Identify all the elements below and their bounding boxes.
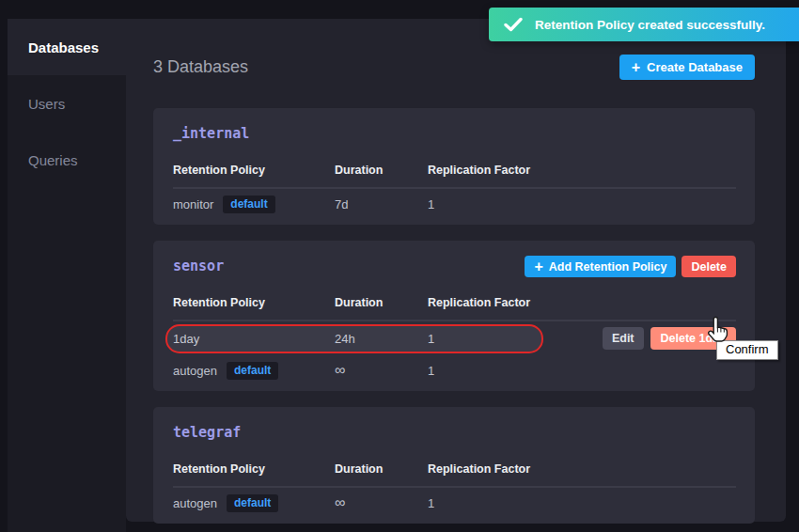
column-header-duration: Duration xyxy=(335,462,428,476)
table-header-row: Retention Policy Duration Replication Fa… xyxy=(173,462,736,488)
create-database-button[interactable]: + Create Database xyxy=(619,55,755,80)
column-header-retention-policy: Retention Policy xyxy=(173,164,335,177)
replication-cell: 1 xyxy=(428,332,541,346)
table-row[interactable]: monitor default 7d 1 xyxy=(173,189,736,219)
default-badge: default xyxy=(223,196,274,213)
column-header-replication-factor: Replication Factor xyxy=(428,296,736,309)
column-header-duration: Duration xyxy=(335,164,428,177)
policy-name: 1day xyxy=(173,332,199,346)
panel-head: sensor + Add Retention Policy Delete xyxy=(173,256,736,277)
sidebar-item-label: Users xyxy=(28,96,65,112)
row-highlight-outline: 1day 24h 1 xyxy=(165,324,543,353)
toast-message: Retention Policy created successfully. xyxy=(535,18,765,32)
add-retention-policy-button[interactable]: + Add Retention Policy xyxy=(525,256,676,277)
confirm-tooltip: Confirm xyxy=(716,340,778,360)
column-header-retention-policy: Retention Policy xyxy=(173,296,335,309)
table-row[interactable]: autogen default ∞ 1 xyxy=(173,355,736,385)
table-row[interactable]: autogen default ∞ 1 xyxy=(173,488,736,518)
sidebar-item-label: Databases xyxy=(28,39,99,55)
policy-name: autogen xyxy=(173,364,217,378)
replication-cell: 1 xyxy=(428,496,736,510)
sidebar-item-queries[interactable]: Queries xyxy=(8,132,126,188)
database-name[interactable]: _internal xyxy=(173,123,249,142)
plus-icon: + xyxy=(632,60,640,75)
sidebar-item-users[interactable]: Users xyxy=(8,75,126,132)
replication-cell: 1 xyxy=(428,197,736,211)
duration-cell: 24h xyxy=(335,332,428,346)
database-name[interactable]: sensor xyxy=(173,256,224,274)
panel-head: telegraf xyxy=(173,422,736,444)
policy-name: autogen xyxy=(173,496,217,510)
table-row-highlighted[interactable]: 1day 24h 1 Edit Delete 1day xyxy=(173,321,736,355)
admin-sidebar: Databases Users Queries xyxy=(8,19,126,532)
policy-name: monitor xyxy=(173,197,213,211)
table-header-row: Retention Policy Duration Replication Fa… xyxy=(173,296,736,321)
edit-retention-policy-button[interactable]: Edit xyxy=(603,327,644,350)
policy-cell: autogen default xyxy=(173,362,335,380)
checkmark-icon xyxy=(504,17,523,32)
duration-cell: ∞ xyxy=(335,363,428,378)
policy-cell: monitor default xyxy=(173,196,335,213)
panel-head: _internal xyxy=(173,123,736,145)
delete-database-button[interactable]: Delete xyxy=(682,256,736,277)
sidebar-item-databases[interactable]: Databases xyxy=(8,19,126,75)
page-title: 3 Databases xyxy=(153,57,248,77)
column-header-retention-policy: Retention Policy xyxy=(173,462,335,476)
default-badge: default xyxy=(227,494,278,512)
table-header-row: Retention Policy Duration Replication Fa… xyxy=(173,164,736,189)
duration-cell: ∞ xyxy=(335,495,428,510)
replication-cell: 1 xyxy=(428,364,736,378)
databases-page: 3 Databases + Create Database _internal … xyxy=(126,19,786,522)
database-name[interactable]: telegraf xyxy=(173,422,241,441)
column-header-replication-factor: Replication Factor xyxy=(428,164,736,177)
policy-cell: autogen default xyxy=(173,494,335,512)
column-header-replication-factor: Replication Factor xyxy=(428,462,736,476)
default-badge: default xyxy=(227,362,278,380)
database-panel-internal: _internal Retention Policy Duration Repl… xyxy=(153,108,755,225)
database-panel-telegraf: telegraf Retention Policy Duration Repli… xyxy=(153,407,755,524)
database-panel-sensor: sensor + Add Retention Policy Delete Ret… xyxy=(153,241,755,391)
create-database-label: Create Database xyxy=(647,60,743,74)
sidebar-item-label: Queries xyxy=(28,152,78,168)
success-toast[interactable]: Retention Policy created successfully. xyxy=(489,8,799,41)
add-retention-policy-label: Add Retention Policy xyxy=(549,260,667,274)
panel-actions: + Add Retention Policy Delete xyxy=(525,256,736,277)
page-header: 3 Databases + Create Database xyxy=(153,55,755,80)
column-header-duration: Duration xyxy=(335,296,428,309)
plus-icon: + xyxy=(534,259,542,274)
policy-cell: 1day xyxy=(173,332,335,346)
duration-cell: 7d xyxy=(335,197,428,211)
